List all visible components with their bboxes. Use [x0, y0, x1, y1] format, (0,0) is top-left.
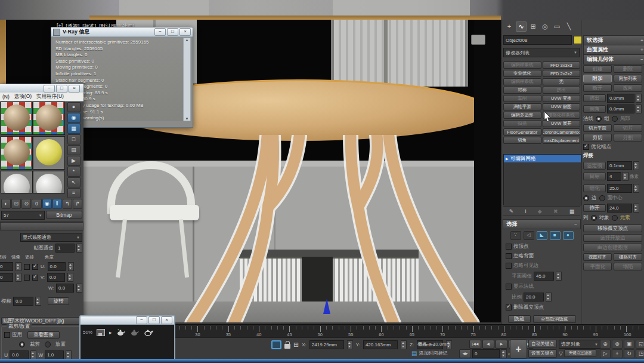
table-legs[interactable]: [167, 135, 501, 322]
configure-modifier-sets-icon[interactable]: ▦: [569, 208, 575, 214]
elements-radio[interactable]: [612, 215, 618, 221]
extrude-button[interactable]: 挤出: [583, 94, 606, 102]
tessellate-field[interactable]: 25.0: [607, 184, 632, 193]
menu-item[interactable]: 实用程序(U): [36, 93, 64, 100]
render-iterative-icon[interactable]: [116, 328, 126, 336]
modifier-button[interactable]: 挤出: [543, 87, 581, 94]
spinner[interactable]: [623, 172, 628, 181]
spinner[interactable]: [347, 340, 353, 349]
modifier-button[interactable]: UVW 贴图: [543, 103, 581, 110]
vertex-icon[interactable]: ∵: [510, 231, 521, 240]
minimize-icon[interactable]: −: [136, 316, 147, 324]
select-arrow-icon[interactable]: ▸: [109, 330, 112, 336]
set-key-button[interactable]: 设置关键点: [528, 349, 557, 358]
crop-w-field[interactable]: 1.0: [45, 350, 64, 359]
save-image-icon[interactable]: [97, 329, 105, 336]
object-name-field[interactable]: Object008: [503, 35, 572, 45]
normals-scale-field[interactable]: 20.0: [524, 293, 544, 302]
spinner[interactable]: [67, 273, 73, 282]
material-sample-slot[interactable]: [1, 171, 33, 193]
angle-u-field[interactable]: 0.0: [48, 262, 66, 271]
modifier-list-dropdown[interactable]: 修改器列表▼: [503, 48, 580, 57]
pin-stack-icon[interactable]: ✎: [509, 208, 514, 214]
modifier-button[interactable]: 车削: [503, 95, 541, 102]
break-button[interactable]: 断开: [583, 84, 612, 92]
weld-threshold-field[interactable]: 0.1mm: [607, 161, 632, 170]
material-editor-titlebar[interactable]: − □ ×: [0, 84, 83, 93]
crop-u-field[interactable]: 0.0: [10, 350, 29, 359]
spinner[interactable]: [76, 284, 82, 293]
selection-lock-icon[interactable]: [284, 344, 290, 349]
stack-row-selected[interactable]: ▶ 可编辑网格: [504, 155, 581, 162]
put-to-scene-icon[interactable]: ⊡: [11, 199, 21, 209]
modifier-button[interactable]: 编辑样条线: [503, 78, 541, 85]
material-sample-slot[interactable]: [33, 101, 65, 135]
background-icon[interactable]: ▦: [67, 124, 80, 134]
show-normals-checkbox[interactable]: [506, 284, 512, 290]
isolate-selection-icon[interactable]: [271, 340, 281, 349]
minimize-icon[interactable]: −: [44, 85, 55, 93]
slice-button[interactable]: 切片: [614, 124, 642, 132]
slice-plane-button[interactable]: 切片平面: [583, 124, 612, 132]
view-align-button[interactable]: 视图对齐: [583, 253, 612, 261]
orbit-icon[interactable]: ↻: [624, 349, 634, 358]
vray-scrollbar[interactable]: ▲▼: [183, 38, 191, 121]
spinner[interactable]: [633, 204, 639, 213]
absolute-mode-icon[interactable]: ⊞: [293, 341, 299, 349]
zoom-region-icon[interactable]: ▷: [600, 349, 611, 358]
spinner[interactable]: [68, 262, 74, 271]
spinner[interactable]: [66, 350, 72, 359]
tile-u-checkbox[interactable]: [32, 264, 38, 270]
hierarchy-tab-icon[interactable]: ⊞: [528, 21, 538, 32]
previous-frame-icon[interactable]: ◀|: [482, 340, 494, 349]
spinner[interactable]: [76, 244, 82, 253]
soft-selection-rollout-header[interactable]: 软选择+: [583, 35, 644, 45]
auto-key-button[interactable]: 自动关键点: [528, 340, 557, 348]
close-icon[interactable]: ×: [69, 85, 80, 93]
pan-icon[interactable]: +: [612, 349, 623, 358]
maximize-icon[interactable]: □: [56, 85, 67, 93]
map-channel-mode-dropdown[interactable]: 显式贴图通道▼: [20, 233, 82, 242]
create-tab-icon[interactable]: +: [504, 21, 515, 32]
face-center-radio[interactable]: [599, 195, 605, 201]
spinner[interactable]: [16, 262, 21, 271]
map-channel-field[interactable]: 1: [55, 244, 75, 253]
weld-target-field[interactable]: 4: [607, 172, 621, 181]
objects-radio[interactable]: [591, 215, 597, 221]
face-icon[interactable]: ◣: [537, 231, 547, 240]
rotate-button[interactable]: 旋转: [48, 297, 69, 305]
material-sample-slot[interactable]: [1, 101, 33, 135]
video-color-check-icon[interactable]: ▤: [67, 145, 80, 155]
y-coordinate-field[interactable]: 420.163mm: [363, 340, 398, 349]
render-last-icon[interactable]: [130, 328, 140, 336]
select-by-material-icon[interactable]: ↖: [67, 177, 80, 187]
zoom-extents-all-icon[interactable]: ◱: [636, 340, 644, 349]
x-coordinate-field[interactable]: 2419.29mm: [309, 340, 344, 349]
selection-filter-dropdown[interactable]: 选定对象▼: [559, 340, 600, 349]
modifier-button[interactable]: CoronaCameraMod: [543, 128, 581, 136]
attach-button[interactable]: 附加: [583, 75, 612, 82]
polygon-icon[interactable]: ■: [550, 231, 561, 240]
menu-item[interactable]: 选项(O): [14, 93, 32, 100]
turn-button[interactable]: 改向: [614, 84, 642, 92]
angle-v-field[interactable]: 0.0: [47, 273, 65, 282]
maximize-icon[interactable]: □: [167, 28, 178, 36]
spinner[interactable]: [636, 94, 642, 103]
play-icon[interactable]: ▶: [496, 340, 507, 349]
element-icon[interactable]: ●: [563, 231, 574, 240]
object-color-swatch[interactable]: [574, 36, 582, 44]
motion-tab-icon[interactable]: ◎: [540, 21, 550, 32]
tile-u-field[interactable]: 0: [0, 262, 13, 271]
material-id-icon[interactable]: 0: [32, 199, 41, 209]
grid-align-button[interactable]: 栅格对齐: [614, 253, 642, 261]
planar-threshold-field[interactable]: 45.0: [534, 272, 554, 281]
remove-modifier-icon[interactable]: ✖: [553, 208, 558, 214]
maximize-icon[interactable]: □: [148, 316, 160, 324]
surface-properties-rollout-header[interactable]: 曲面属性+: [583, 45, 644, 55]
select-open-edges-button[interactable]: 选择开放边: [583, 234, 642, 242]
spinner[interactable]: [16, 273, 21, 282]
make-unique-icon[interactable]: ◆: [538, 208, 542, 214]
spinner[interactable]: [633, 184, 639, 193]
go-to-parent-icon[interactable]: ↰: [63, 199, 72, 209]
show-end-result-icon[interactable]: ‖: [52, 199, 62, 209]
